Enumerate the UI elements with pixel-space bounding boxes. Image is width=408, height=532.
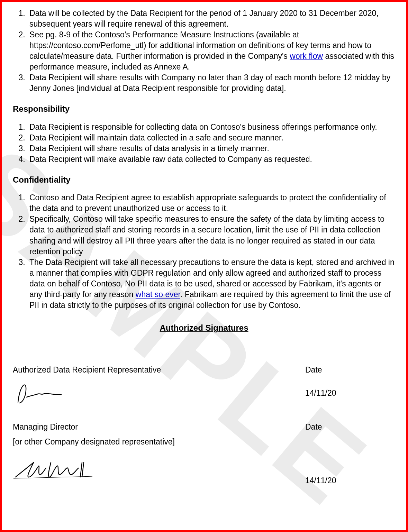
- date-value: 14/11/20: [305, 388, 395, 398]
- signature-block-company: Managing Director [or other Company desi…: [13, 422, 395, 496]
- signature-role-note: [or other Company designated representat…: [13, 437, 175, 447]
- date-label: Date: [305, 422, 395, 432]
- signatures-heading: Authorized Signatures: [13, 322, 395, 333]
- list-item: Data Recipient will make available raw d…: [27, 154, 395, 165]
- responsibility-list: Data Recipient is responsible for collec…: [13, 122, 395, 165]
- list-item: Specifically, Contoso will take specific…: [27, 214, 395, 257]
- confidentiality-list: Contoso and Data Recipient agree to esta…: [13, 192, 395, 311]
- list-item: Data will be collected by the Data Recip…: [27, 8, 395, 29]
- signature-role-label: Authorized Data Recipient Representative: [13, 365, 161, 375]
- list-item: Data Recipient will maintain data collec…: [27, 132, 395, 143]
- list-item: Data Recipient will share results of dat…: [27, 143, 395, 154]
- section-heading-confidentiality: Confidentiality: [13, 174, 395, 185]
- signature-block-recipient: Authorized Data Recipient Representative…: [13, 365, 395, 418]
- document-page: SAMPLE Data will be collected by the Dat…: [0, 0, 408, 532]
- section-heading-responsibility: Responsibility: [13, 103, 395, 114]
- list-item: Data Recipient is responsible for collec…: [27, 122, 395, 132]
- signature-image-company: [13, 456, 175, 486]
- date-label: Date: [305, 365, 395, 375]
- signature-image-recipient: [13, 378, 161, 409]
- list-item: See pg. 8-9 of the Contoso's Performance…: [27, 29, 395, 72]
- list-item: The Data Recipient will take all necessa…: [27, 257, 395, 311]
- workflow-link[interactable]: work flow: [290, 52, 323, 61]
- list-item: Data Recipient will share results with C…: [27, 72, 395, 94]
- whatsover-link[interactable]: what so ever: [136, 290, 180, 299]
- date-value: 14/11/20: [305, 475, 395, 486]
- svg-point-0: [29, 396, 29, 396]
- intro-list: Data will be collected by the Data Recip…: [13, 8, 395, 94]
- signature-role-label: Managing Director: [13, 422, 175, 432]
- list-item: Contoso and Data Recipient agree to esta…: [27, 192, 395, 214]
